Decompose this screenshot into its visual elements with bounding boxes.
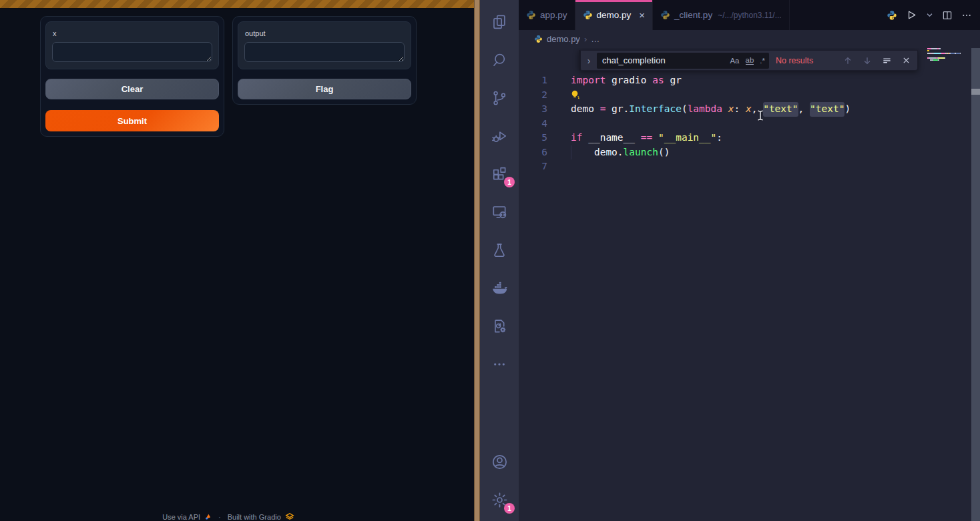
code-line[interactable]: 3demo = gr.Interface(lambda x: x, "text"… <box>519 102 980 117</box>
tab-_client.py[interactable]: _client.py~/.../python3.11/... <box>653 0 790 30</box>
lightbulb-code-action-icon[interactable] <box>571 89 579 100</box>
code-line[interactable]: 6 demo.launch() <box>519 145 980 160</box>
find-results-status: No results <box>776 56 813 65</box>
activity-docker-icon[interactable] <box>480 269 519 307</box>
line-content: demo.launch() <box>547 145 670 160</box>
breadcrumb[interactable]: demo.py › … <box>519 30 980 48</box>
tab-label: demo.py <box>597 10 632 20</box>
minimap-line <box>927 62 966 63</box>
breadcrumb-file[interactable]: demo.py <box>547 34 580 44</box>
find-query-text[interactable]: chat_completion <box>602 55 724 65</box>
gradio-logo-icon <box>285 512 294 521</box>
gradio-forms: x Clear Submit output Flag <box>40 16 417 137</box>
activity-explorer-icon[interactable] <box>480 3 519 41</box>
code-lines[interactable]: 1import gradio as gr23demo = gr.Interfac… <box>519 73 980 174</box>
toggle-replace-chevron-icon[interactable]: › <box>583 55 594 66</box>
flag-button[interactable]: Flag <box>238 79 411 99</box>
activity-bar-spacer <box>480 383 519 443</box>
settings-badge: 1 <box>504 503 515 514</box>
match-case-button[interactable]: Aa <box>730 57 739 65</box>
minimap-line <box>927 53 966 54</box>
submit-button[interactable]: Submit <box>45 110 219 131</box>
window-edge-scrollbar[interactable] <box>971 48 980 521</box>
code-line[interactable]: 1import gradio as gr <box>519 73 980 88</box>
code-line[interactable]: 2 <box>519 88 980 103</box>
screen: x Clear Submit output Flag Use via API ·… <box>0 0 980 521</box>
tab-label: app.py <box>540 10 567 20</box>
code-line[interactable]: 5if __name__ == "__main__": <box>519 131 980 145</box>
activity-account-icon[interactable] <box>480 443 519 481</box>
output-textarea[interactable] <box>244 42 405 62</box>
editor-more-actions-button[interactable] <box>961 10 972 21</box>
scrollbar-thumb[interactable] <box>971 89 980 95</box>
tab-demo.py[interactable]: demo.py× <box>575 0 654 30</box>
activity-settings-icon[interactable]: 1 <box>480 481 519 519</box>
use-via-api-link[interactable]: Use via API <box>162 513 200 521</box>
code-token: == <box>641 131 652 145</box>
code-token <box>722 102 728 117</box>
code-token <box>571 145 594 160</box>
code-token: : <box>716 131 722 145</box>
code-token: "text" <box>763 102 798 117</box>
code-token: ) <box>844 102 850 117</box>
extensions-badge: 1 <box>504 177 515 187</box>
code-token: = <box>600 102 606 117</box>
gradio-app-pane: x Clear Submit output Flag Use via API ·… <box>0 0 474 521</box>
run-dropdown-chevron-icon[interactable] <box>926 11 933 19</box>
python-logo-icon <box>887 10 897 21</box>
python-file-icon <box>583 10 593 20</box>
activity-task-runner-icon[interactable] <box>480 307 519 345</box>
code-editor[interactable]: › chat_completion Aa ab .* No results <box>519 48 980 521</box>
close-find-button[interactable] <box>902 56 911 65</box>
window-divider[interactable] <box>474 0 480 521</box>
tab-bar: app.pydemo.py×_client.py~/.../python3.11… <box>519 0 980 30</box>
minimap-line <box>927 48 966 49</box>
find-in-selection-button[interactable] <box>882 55 892 65</box>
tab-label: _client.py <box>674 10 712 20</box>
api-rocket-icon <box>204 513 212 521</box>
activity-search-icon[interactable] <box>480 41 519 79</box>
clear-button[interactable]: Clear <box>45 79 219 99</box>
tab-app.py[interactable]: app.py <box>519 0 575 30</box>
code-line[interactable]: 4 <box>519 117 980 131</box>
activity-more-views-icon[interactable] <box>480 345 519 383</box>
activity-testing-icon[interactable] <box>480 231 519 269</box>
breadcrumb-chevron-icon: › <box>584 34 587 44</box>
next-match-button[interactable] <box>863 56 872 65</box>
activity-remote-explorer-icon[interactable] <box>480 193 519 231</box>
footer-separator: · <box>218 513 221 521</box>
line-content <box>547 117 571 131</box>
x-textarea[interactable] <box>52 42 212 62</box>
code-token: lambda <box>688 102 722 117</box>
line-number: 6 <box>519 145 547 160</box>
line-number: 5 <box>519 131 547 145</box>
split-editor-button[interactable] <box>942 10 953 21</box>
code-token: x <box>728 102 734 117</box>
find-widget: › chat_completion Aa ab .* No results <box>579 50 918 71</box>
find-input[interactable]: chat_completion Aa ab .* <box>597 53 769 69</box>
close-tab-icon[interactable]: × <box>639 9 645 21</box>
code-token: demo <box>571 102 600 117</box>
activity-bar: 1 1 <box>480 0 519 521</box>
breadcrumb-more[interactable]: … <box>591 34 599 44</box>
activity-run-debug-icon[interactable] <box>480 117 519 155</box>
activity-source-control-icon[interactable] <box>480 79 519 117</box>
input-label: x <box>53 29 212 37</box>
previous-match-button[interactable] <box>843 56 852 65</box>
line-number: 7 <box>519 159 547 174</box>
code-token: if <box>571 131 582 145</box>
line-number: 2 <box>519 88 547 103</box>
code-token: : <box>734 102 745 117</box>
code-token: demo. <box>594 145 624 160</box>
line-content <box>547 88 579 103</box>
code-token: () <box>658 145 670 160</box>
activity-extensions-icon[interactable]: 1 <box>480 155 519 193</box>
whole-word-button[interactable]: ab <box>746 56 754 65</box>
code-line[interactable]: 7 <box>519 159 980 174</box>
regex-button[interactable]: .* <box>760 57 765 65</box>
line-content <box>547 159 571 174</box>
built-with-gradio-link[interactable]: Built with Gradio <box>228 513 281 521</box>
run-python-file-button[interactable] <box>906 9 917 21</box>
minimap[interactable] <box>927 48 966 64</box>
activity-bar-top: 1 <box>480 3 519 383</box>
